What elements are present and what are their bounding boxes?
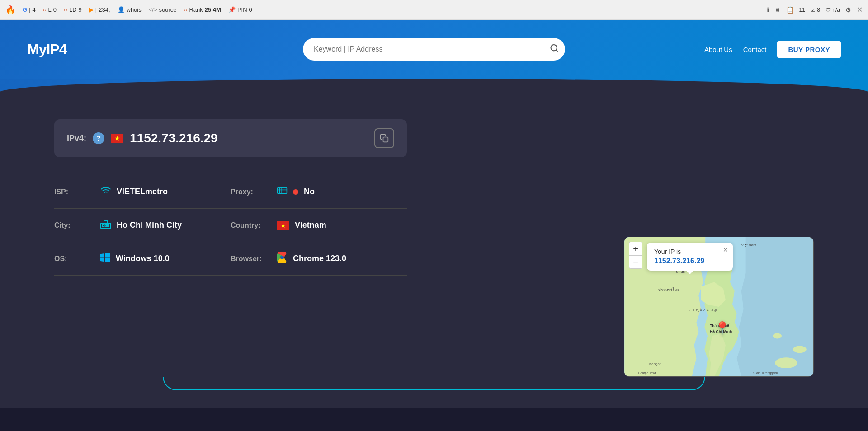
ld-count: 9 xyxy=(79,6,82,13)
svg-point-13 xyxy=(280,256,284,259)
map-popup: ✕ Your IP is 1152.73.216.29 xyxy=(647,243,733,271)
svg-text:Việt Nam: Việt Nam xyxy=(741,243,756,247)
rank-label: Rank xyxy=(189,6,203,13)
header-curve xyxy=(0,79,868,106)
svg-rect-2 xyxy=(383,137,388,142)
search-container xyxy=(303,38,565,61)
svg-point-17 xyxy=(773,333,782,339)
map-section: sou unus ประเทศไทย ក្រុងភ្នំពេញ Thành ph… xyxy=(624,237,814,377)
search-icon xyxy=(550,44,559,53)
windows-icon xyxy=(100,253,110,265)
popup-title: Your IP is xyxy=(654,248,726,255)
popup-arrow xyxy=(686,271,693,274)
close-icon[interactable]: ✕ xyxy=(857,5,863,14)
rank-circle-icon: ○ xyxy=(184,6,188,13)
zoom-in-button[interactable]: + xyxy=(629,242,642,255)
nav-contact[interactable]: Contact xyxy=(743,46,767,53)
g-toolbar-item[interactable]: G | 4 xyxy=(23,6,36,13)
pipe-toolbar-item[interactable]: ▶ | 234; xyxy=(89,6,110,13)
monitor-icon[interactable]: 🖥 xyxy=(774,6,781,14)
browser-item: Browser: Chrome 123.0 xyxy=(231,252,407,265)
proxy-icon xyxy=(277,187,288,197)
gear-icon[interactable]: ⚙ xyxy=(845,6,851,14)
flag-star: ★ xyxy=(114,135,120,141)
info-icon[interactable]: ℹ xyxy=(767,6,769,14)
code-icon: </> xyxy=(149,6,157,13)
browser-toolbar: 🔥 G | 4 ○ L 0 ○ LD 9 ▶ | 234; 👤 whois </… xyxy=(0,0,868,20)
main-wrapper: IPv4: ? ★ 1152.73.216.29 ISP: xyxy=(0,106,868,408)
share-count: 11 xyxy=(799,7,805,13)
pipe-triangle-icon: ▶ xyxy=(89,6,94,13)
check-count: ☑ 8 xyxy=(811,7,820,13)
os-item: OS: Windows 10.0 xyxy=(54,253,231,265)
map-container[interactable]: sou unus ประเทศไทย ក្រុងភ្នំពេញ Thành ph… xyxy=(624,237,813,376)
header-nav: About Us Contact BUY PROXY xyxy=(704,41,841,58)
fire-icon-item: 🔥 xyxy=(5,5,15,15)
source-toolbar-item[interactable]: </> source xyxy=(149,6,177,13)
info-section: ISP: VIETELmetro Proxy: xyxy=(54,175,407,276)
source-label: source xyxy=(159,6,177,13)
svg-rect-10 xyxy=(103,225,104,226)
svg-text:ក្រុងភ្នំពេញ: ក្រុងភ្នំពេញ xyxy=(689,308,717,312)
svg-point-16 xyxy=(793,346,807,353)
g-label: | xyxy=(29,6,30,13)
ld-label: LD xyxy=(69,6,77,13)
pipe-label: | xyxy=(95,6,97,13)
svg-rect-12 xyxy=(108,225,109,226)
svg-text:Kangar: Kangar xyxy=(649,362,661,366)
copy-ip-button[interactable] xyxy=(374,128,394,148)
l-label: L xyxy=(48,6,52,13)
proxy-status-dot xyxy=(293,189,298,195)
buy-proxy-button[interactable]: BUY PROXY xyxy=(777,41,841,58)
ld-circle-icon: ○ xyxy=(64,6,67,13)
clipboard-icon[interactable]: 📋 xyxy=(786,6,794,14)
main-content: IPv4: ? ★ 1152.73.216.29 ISP: xyxy=(0,106,868,377)
country-value: Vietnam xyxy=(295,220,326,230)
toolbar-right-controls: ℹ 🖥 📋 11 ☑ 8 🛡 n/a ⚙ ✕ xyxy=(767,5,863,14)
country-item: Country: ★ Vietnam xyxy=(231,220,407,230)
city-icon xyxy=(100,219,111,232)
svg-point-0 xyxy=(551,45,557,51)
l-circle-icon: ○ xyxy=(43,6,47,13)
city-value: Ho Chi Minh City xyxy=(117,220,182,230)
popup-close-button[interactable]: ✕ xyxy=(723,246,728,253)
city-label: City: xyxy=(54,221,95,230)
fire-icon: 🔥 xyxy=(5,5,15,15)
country-flag-icon: ★ xyxy=(277,221,289,230)
info-row-isp-proxy: ISP: VIETELmetro Proxy: xyxy=(54,175,407,209)
g-icon: G xyxy=(23,6,27,13)
copy-icon xyxy=(380,134,389,143)
info-row-city-country: City: Ho Chi Minh City Country: xyxy=(54,209,407,242)
pin-toolbar-item[interactable]: 📌 PIN 0 xyxy=(228,6,252,13)
browser-value: Chrome 123.0 xyxy=(293,254,346,263)
chrome-icon xyxy=(277,252,288,265)
map-location-pin: 📍 xyxy=(714,321,730,336)
g-count: 4 xyxy=(33,6,36,13)
vietnam-flag-icon: ★ xyxy=(111,134,123,143)
proxy-item: Proxy: No xyxy=(231,187,407,197)
person-icon: 👤 xyxy=(118,6,125,13)
popup-ip: 1152.73.216.29 xyxy=(654,257,726,265)
isp-label: ISP: xyxy=(54,188,95,196)
nav-about[interactable]: About Us xyxy=(704,46,732,53)
os-label: OS: xyxy=(54,255,95,263)
help-icon[interactable]: ? xyxy=(93,132,104,144)
ip-card-left: IPv4: ? ★ 1152.73.216.29 xyxy=(67,131,218,145)
country-label: Country: xyxy=(231,221,271,230)
l-count: 0 xyxy=(53,6,57,13)
pipe-count: 234; xyxy=(99,6,110,13)
l-toolbar-item[interactable]: ○ L 0 xyxy=(43,6,57,13)
site-logo[interactable]: MyIP4 xyxy=(27,41,66,58)
ld-toolbar-item[interactable]: ○ LD 9 xyxy=(64,6,82,13)
svg-rect-11 xyxy=(105,225,107,226)
search-input[interactable] xyxy=(303,38,565,61)
whois-toolbar-item[interactable]: 👤 whois xyxy=(118,6,142,13)
bottom-section xyxy=(0,377,868,408)
ip-card: IPv4: ? ★ 1152.73.216.29 xyxy=(54,119,407,157)
rank-toolbar-item[interactable]: ○ Rank 25,4M xyxy=(184,6,221,13)
proxy-value: No xyxy=(304,187,315,197)
zoom-out-button[interactable]: − xyxy=(629,255,642,269)
search-button[interactable] xyxy=(550,44,559,55)
pin-count: 0 xyxy=(249,6,252,13)
proxy-label: Proxy: xyxy=(231,188,271,196)
